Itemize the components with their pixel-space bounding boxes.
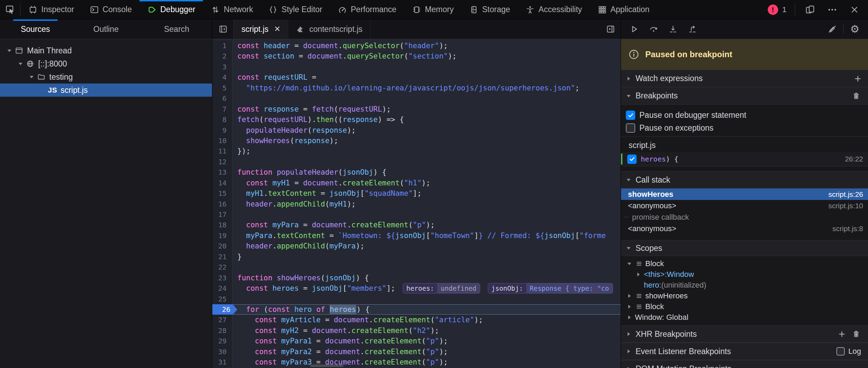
- plus-icon[interactable]: +: [839, 328, 845, 340]
- ignore-source-button[interactable]: [824, 21, 841, 37]
- editor-tab-contentscript-js[interactable]: contentscript.js: [288, 19, 370, 39]
- code-line[interactable]: 25: [212, 294, 621, 304]
- code-line[interactable]: 22: [212, 262, 621, 272]
- tree-item-main-thread[interactable]: Main Thread: [0, 44, 212, 57]
- line-number[interactable]: 10: [212, 135, 232, 146]
- scope-variable-row[interactable]: <this>: Window: [621, 269, 868, 280]
- sidebar-tab-search[interactable]: Search: [141, 19, 212, 39]
- code-line[interactable]: 3: [212, 62, 621, 72]
- section-header-event-listener-breakpoints[interactable]: Event Listener BreakpointsLog: [621, 343, 868, 360]
- chevron-right-icon[interactable]: [636, 272, 641, 277]
- chevron-right-icon[interactable]: [627, 315, 632, 320]
- checkbox-checked[interactable]: [627, 155, 637, 164]
- editor-tab-script-js[interactable]: script.js✕: [234, 19, 288, 39]
- tab-accessibility[interactable]: Accessibility: [518, 0, 589, 19]
- line-number[interactable]: 18: [212, 220, 232, 230]
- line-number[interactable]: 24: [212, 283, 232, 293]
- line-number[interactable]: 4: [212, 72, 232, 82]
- breakpoint-paused-marker[interactable]: 26: [212, 304, 237, 315]
- tree-item------8000[interactable]: [::]:8000: [0, 57, 212, 70]
- line-number[interactable]: 20: [212, 241, 232, 251]
- code-line[interactable]: 2const section = document.querySelector(…: [212, 51, 621, 61]
- section-header-xhr-breakpoints[interactable]: XHR Breakpoints+: [621, 325, 868, 343]
- close-tab-icon[interactable]: ✕: [274, 25, 280, 34]
- code-line[interactable]: 23function showHeroes(jsonObj) {: [212, 273, 621, 283]
- tree-item-testing[interactable]: testing: [0, 70, 212, 84]
- line-number[interactable]: 14: [212, 178, 232, 188]
- breakpoint-source-label[interactable]: script.js: [621, 137, 868, 152]
- line-number[interactable]: 15: [212, 188, 232, 199]
- tree-item-script-js[interactable]: JSscript.js: [0, 84, 212, 97]
- line-number[interactable]: 28: [212, 325, 232, 336]
- scope-row[interactable]: Window: Global: [621, 312, 868, 323]
- code-line[interactable]: 29 const myPara1 = document.createElemen…: [212, 336, 621, 346]
- code-line[interactable]: 16 header.appendChild(myH1);: [212, 199, 621, 209]
- chevron-right-icon[interactable]: [627, 304, 632, 309]
- step-over-button[interactable]: [645, 21, 662, 37]
- call-stack-frame[interactable]: <anonymous>script.js:8: [621, 223, 868, 234]
- line-number[interactable]: 27: [212, 315, 232, 325]
- breakpoint-entry[interactable]: heroes) {26:22: [621, 152, 868, 166]
- line-number[interactable]: 7: [212, 104, 232, 114]
- chevron-down-icon[interactable]: [27, 74, 36, 80]
- code-line[interactable]: 1const header = document.querySelector("…: [212, 41, 621, 51]
- code-line[interactable]: 28 const myH2 = document.createElement("…: [212, 325, 621, 336]
- scope-variable-row[interactable]: hero: (uninitialized): [621, 280, 868, 290]
- scope-row[interactable]: Block: [621, 258, 868, 269]
- line-number[interactable]: 11: [212, 146, 232, 156]
- checkbox-unchecked[interactable]: [626, 123, 635, 133]
- line-number[interactable]: 8: [212, 114, 232, 125]
- code-line[interactable]: 21}: [212, 252, 621, 262]
- tab-style-editor[interactable]: Style Editor: [261, 0, 330, 19]
- scopes-header[interactable]: Scopes: [621, 240, 868, 256]
- code-line[interactable]: 14 const myH1 = document.createElement("…: [212, 178, 621, 188]
- code-viewport[interactable]: 1const header = document.querySelector("…: [212, 39, 621, 368]
- tab-console[interactable]: Console: [82, 0, 139, 19]
- code-line[interactable]: 8fetch(requestURL).then((response) => {: [212, 114, 621, 125]
- scope-row[interactable]: Block: [621, 301, 868, 312]
- line-number[interactable]: 21: [212, 252, 232, 262]
- line-number[interactable]: 1: [212, 41, 232, 51]
- code-line[interactable]: 11});: [212, 146, 621, 156]
- tab-inspector[interactable]: Inspector: [20, 0, 82, 19]
- line-number[interactable]: 9: [212, 125, 232, 135]
- line-number[interactable]: 22: [212, 262, 232, 272]
- tab-application[interactable]: Application: [590, 0, 657, 19]
- chevron-down-icon[interactable]: [16, 61, 25, 67]
- chevron-down-icon[interactable]: [5, 48, 14, 53]
- code-line[interactable]: 27 const myArticle = document.createElem…: [212, 315, 621, 325]
- checkbox-unchecked[interactable]: [836, 347, 845, 356]
- code-line[interactable]: 12: [212, 157, 621, 167]
- code-line[interactable]: 10 showHeroes(response);: [212, 135, 621, 146]
- collapse-sources-pane-button[interactable]: [212, 19, 234, 39]
- code-line[interactable]: 13function populateHeader(jsonObj) {: [212, 167, 621, 177]
- close-devtools-button[interactable]: [844, 5, 865, 15]
- breakpoints-header[interactable]: Breakpoints: [621, 87, 868, 105]
- resume-button[interactable]: [626, 21, 643, 37]
- sidebar-tab-outline[interactable]: Outline: [71, 19, 142, 39]
- code-line[interactable]: 9 populateHeader(response);: [212, 125, 621, 135]
- code-line[interactable]: 24 const heroes = jsonObj["members"];her…: [212, 283, 621, 293]
- code-line[interactable]: 19 myPara.textContent = `Hometown: ${jso…: [212, 230, 621, 241]
- trash-icon[interactable]: [851, 329, 861, 339]
- debugger-settings-button[interactable]: ⚙: [846, 21, 863, 37]
- line-number[interactable]: 2: [212, 51, 232, 61]
- add-watch-expression-icon[interactable]: +: [854, 73, 861, 84]
- error-badge-icon[interactable]: !: [768, 5, 778, 15]
- pick-element-button[interactable]: [0, 0, 20, 19]
- line-number[interactable]: 12: [212, 157, 232, 167]
- code-line[interactable]: 31 const myPara3 = document.createElemen…: [212, 357, 621, 367]
- remove-breakpoints-icon[interactable]: [851, 91, 861, 101]
- tab-memory[interactable]: Memory: [404, 0, 461, 19]
- line-number[interactable]: 5: [212, 83, 232, 93]
- line-number[interactable]: 23: [212, 273, 232, 283]
- step-in-button[interactable]: [665, 21, 681, 37]
- code-line[interactable]: 5 "https://mdn.github.io/learning-area/j…: [212, 83, 621, 93]
- line-number[interactable]: 13: [212, 167, 232, 177]
- code-line[interactable]: 17: [212, 209, 621, 220]
- devtools-menu-button[interactable]: [822, 5, 842, 15]
- code-line[interactable]: 30 const myPara2 = document.createElemen…: [212, 347, 621, 357]
- tab-storage[interactable]: Storage: [461, 0, 518, 19]
- chevron-right-icon[interactable]: [627, 293, 632, 299]
- call-stack-frame[interactable]: <anonymous>script.js:10: [621, 200, 868, 211]
